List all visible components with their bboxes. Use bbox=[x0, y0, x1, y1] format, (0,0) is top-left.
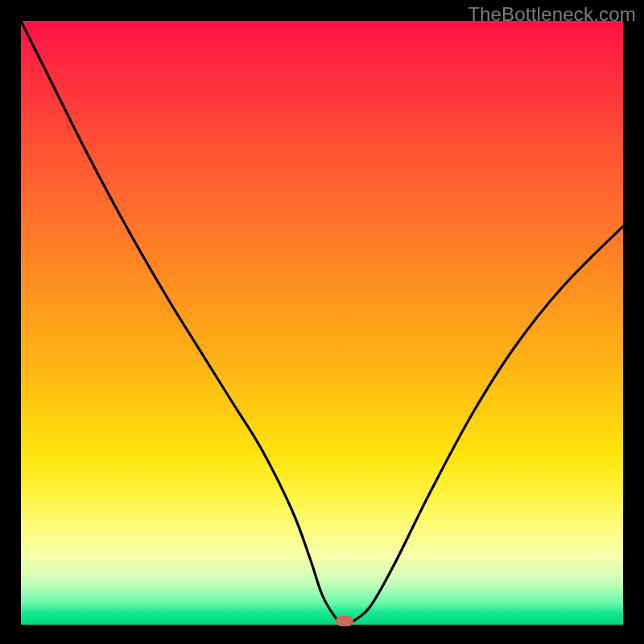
watermark-text: TheBottleneck.com bbox=[468, 3, 636, 26]
chart-frame: TheBottleneck.com bbox=[0, 0, 644, 644]
optimal-point-marker bbox=[336, 616, 353, 626]
bottleneck-curve bbox=[21, 21, 623, 625]
curve-path bbox=[21, 21, 623, 623]
